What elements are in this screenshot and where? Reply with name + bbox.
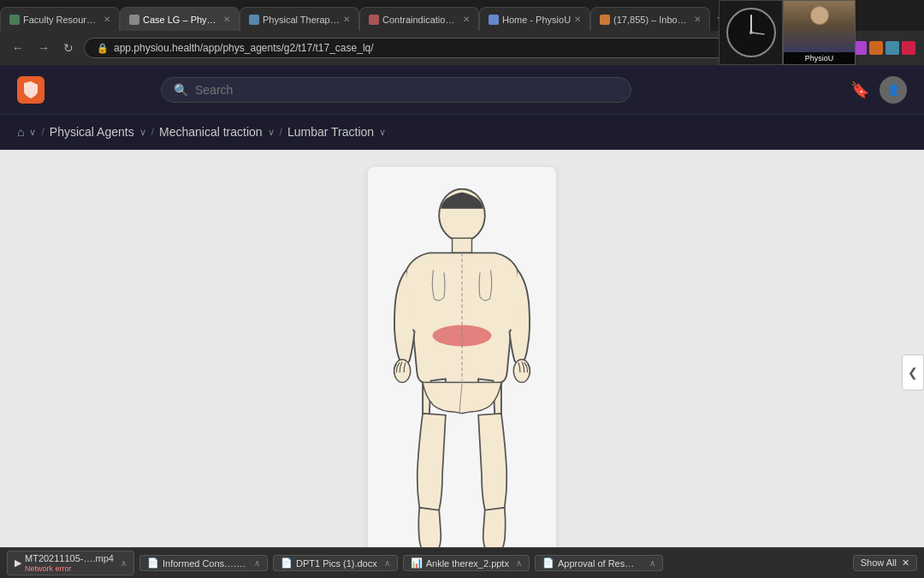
tab-favicon-1 <box>9 15 20 25</box>
taskbar-video-status: Network error <box>25 564 114 573</box>
svg-rect-5 <box>453 238 472 253</box>
toolbar-icon-8 <box>902 41 915 55</box>
back-button[interactable]: ← <box>9 39 27 57</box>
breadcrumb-home[interactable]: ⌂ <box>17 125 24 139</box>
right-chevron-button[interactable]: ❮ <box>902 355 924 390</box>
app-container: 🔍 🔖 👤 ⌂ ∨ / Physical Agents ∨ / Mechanic… <box>0 65 924 578</box>
tab-favicon-5 <box>489 15 499 25</box>
breadcrumb-sep-3: / <box>280 126 282 138</box>
show-all-label: Show All <box>861 557 897 568</box>
webcam-label: PhysioU <box>784 52 855 64</box>
tab-label-6: (17,855) – Inbox - Zoho Mail (I… <box>613 15 690 25</box>
tab-zoho[interactable]: (17,855) – Inbox - Zoho Mail (I… ✕ <box>590 7 710 31</box>
address-text: app.physiou.health/app/phys_agents/g2/t1… <box>114 42 374 54</box>
taskbar-doc3-close[interactable]: ∧ <box>649 558 655 568</box>
tab-label-4: Contraindications/Precautions… <box>382 15 459 25</box>
taskbar-doc1-icon: 📄 <box>147 557 159 569</box>
search-icon: 🔍 <box>174 83 188 97</box>
bookmark-icon[interactable]: 🔖 <box>850 80 869 99</box>
app-logo-svg <box>21 80 41 100</box>
tab-close-2[interactable]: ✕ <box>223 15 230 24</box>
breadcrumb-chevron-1: ∨ <box>139 127 146 138</box>
tab-case-lg[interactable]: Case LG – Physical Agents - P… ✕ <box>120 7 240 31</box>
address-bar[interactable]: 🔒 app.physiou.health/app/phys_agents/g2/… <box>84 38 749 58</box>
breadcrumb: ⌂ ∨ / Physical Agents ∨ / Mechanical tra… <box>0 115 924 150</box>
taskbar-ppt-icon: 📊 <box>411 557 423 569</box>
taskbar-video-label: MT20211105-….mp4 <box>25 553 114 563</box>
taskbar-item-ankle-therex[interactable]: 📊 Ankle therex_2.pptx ∧ <box>403 555 530 571</box>
taskbar-item-dpt1-pics[interactable]: 📄 DPT1 Pics (1).docx ∧ <box>273 555 398 571</box>
show-all-button[interactable]: Show All ✕ <box>853 555 917 571</box>
tab-contraindications[interactable]: Contraindications/Precautions… ✕ <box>359 7 479 31</box>
tab-close-1[interactable]: ✕ <box>104 15 110 24</box>
taskbar-doc3-label: Approval of Res….docx <box>558 558 643 569</box>
tab-close-6[interactable]: ✕ <box>694 15 701 24</box>
taskbar-doc2-icon: 📄 <box>281 557 293 569</box>
breadcrumb-lumbar-traction[interactable]: Lumbar Traction <box>287 125 374 139</box>
webcam-overlay: PhysioU <box>783 0 856 65</box>
main-content: ❮ <box>0 150 924 578</box>
taskbar-close-all-icon[interactable]: ✕ <box>902 557 909 568</box>
tab-faculty-resources[interactable]: Faculty Resources — PhysioU ✕ <box>0 7 120 31</box>
taskbar-doc3-icon: 📄 <box>542 557 554 569</box>
taskbar-doc2-label: DPT1 Pics (1).docx <box>296 558 377 569</box>
reload-button[interactable]: ↻ <box>60 39 77 57</box>
taskbar-item-video[interactable]: ▶ MT20211105-….mp4 Network error ∧ <box>7 551 134 575</box>
body-diagram-svg <box>385 184 539 561</box>
tab-close-5[interactable]: ✕ <box>574 15 581 24</box>
taskbar-item-informed-cons[interactable]: 📄 Informed Cons….docx ∧ <box>139 555 268 571</box>
search-input[interactable] <box>195 83 619 97</box>
breadcrumb-physical-agents[interactable]: Physical Agents <box>50 125 134 139</box>
forward-button[interactable]: → <box>34 39 53 57</box>
tab-label-5: Home - PhysioU <box>502 15 571 25</box>
taskbar-video-close[interactable]: ∧ <box>121 558 127 568</box>
search-container[interactable]: 🔍 <box>161 77 631 103</box>
app-logo[interactable] <box>17 76 44 104</box>
taskbar-ppt-close[interactable]: ∧ <box>516 558 522 568</box>
tab-physical-therapy[interactable]: Physical Therapy — PhysioU ✕ <box>240 7 359 31</box>
clock-svg <box>726 7 777 58</box>
tab-label-3: Physical Therapy — PhysioU <box>263 15 340 25</box>
webcam-video <box>784 1 855 52</box>
tab-favicon-6 <box>600 15 610 25</box>
tab-label-1: Faculty Resources — PhysioU <box>23 15 100 25</box>
taskbar-item-approval[interactable]: 📄 Approval of Res….docx ∧ <box>535 555 663 571</box>
breadcrumb-chevron-3: ∨ <box>379 127 386 138</box>
toolbar-icon-6 <box>869 41 883 55</box>
app-topbar: 🔍 🔖 👤 <box>0 65 924 115</box>
taskbar-doc1-close[interactable]: ∧ <box>254 558 260 568</box>
topbar-right: 🔖 👤 <box>850 76 907 104</box>
breadcrumb-chevron-0: ∨ <box>29 127 36 138</box>
tab-favicon-4 <box>369 15 379 25</box>
breadcrumb-chevron-2: ∨ <box>268 127 275 138</box>
taskbar-doc1-label: Informed Cons….docx <box>163 558 247 569</box>
lock-icon: 🔒 <box>97 43 109 54</box>
tab-home-physiou[interactable]: Home - PhysioU ✕ <box>479 7 590 31</box>
breadcrumb-sep-1: / <box>41 126 44 138</box>
taskbar-video-icon: ▶ <box>15 557 21 569</box>
tab-favicon-2 <box>129 15 139 25</box>
tab-favicon-3 <box>249 15 259 25</box>
tab-close-3[interactable]: ✕ <box>343 15 350 24</box>
taskbar-ppt-label: Ankle therex_2.pptx <box>426 558 509 569</box>
body-diagram-card <box>368 167 556 578</box>
taskbar: ▶ MT20211105-….mp4 Network error ∧ 📄 Inf… <box>0 547 924 578</box>
tab-label-2: Case LG – Physical Agents - P… <box>143 15 220 25</box>
user-avatar[interactable]: 👤 <box>880 76 907 104</box>
breadcrumb-mechanical-traction[interactable]: Mechanical traction <box>159 125 263 139</box>
webcam-head <box>810 6 829 25</box>
breadcrumb-sep-2: / <box>151 126 154 138</box>
toolbar-icon-7 <box>886 41 899 55</box>
tab-close-4[interactable]: ✕ <box>463 15 470 24</box>
taskbar-doc2-close[interactable]: ∧ <box>384 558 390 568</box>
clock-overlay <box>719 0 783 65</box>
